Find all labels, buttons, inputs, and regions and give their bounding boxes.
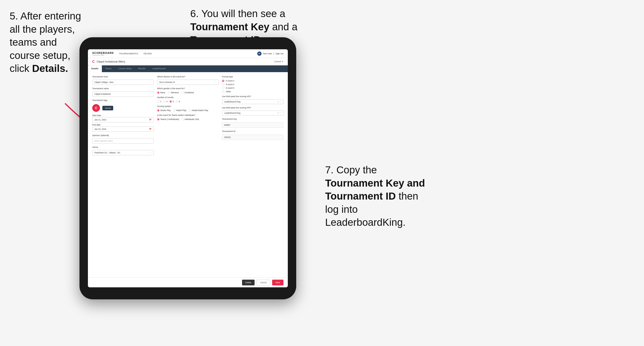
top-nav: SCOREBOARD Powered by clippd TOURNAMENTS…: [88, 49, 288, 58]
sponsor-label: Sponsor (optional): [92, 134, 154, 137]
header-cancel-btn[interactable]: Cancel ✕: [274, 60, 284, 63]
sponsor-group: Sponsor (optional) Enter sponsor name: [92, 134, 154, 144]
format-6count5-radio[interactable]: [222, 87, 224, 89]
sponsor-input[interactable]: Enter sponsor name: [92, 138, 154, 144]
rounds-group: Number of rounds 1 2: [157, 96, 218, 103]
tournament-id-value: 302051: [222, 135, 284, 140]
teams-plus-individuals[interactable]: Teams (+Individuals): [157, 118, 179, 121]
third-party-1-value: Leaderboard King: [224, 101, 240, 103]
scoring-stroke-radio[interactable]: [157, 109, 160, 112]
individuals-only-label: Individuals Only: [185, 118, 199, 121]
sign-out-link[interactable]: Sign out: [276, 52, 284, 55]
col2: Which division is the event for? NCAA Di…: [157, 75, 218, 155]
sponsor-placeholder: Enter sponsor name: [94, 140, 113, 142]
scoring-match-radio[interactable]: [173, 109, 176, 112]
round-4-radio[interactable]: [176, 100, 178, 103]
individuals-only-radio[interactable]: [182, 118, 184, 121]
venue-label: Venue: [92, 146, 154, 148]
nav-teams[interactable]: TEAMS: [143, 52, 152, 55]
individuals-only[interactable]: Individuals Only: [182, 118, 199, 121]
division-label: Which division is the event for?: [157, 75, 218, 78]
third-party-2-label: Use third-party live scoring API?: [222, 107, 284, 109]
round-3[interactable]: 3: [170, 100, 174, 103]
teams-label: Is this event for Teams and/or Individua…: [157, 114, 218, 116]
scoring-stroke[interactable]: Stroke Play: [157, 109, 170, 112]
format-6count5-label: 6 count 5: [226, 87, 234, 89]
scoring-medal[interactable]: Medal Match Play: [189, 109, 208, 112]
nav-right: SI Test User | Sign out: [257, 51, 284, 56]
page-title-icon: C: [92, 60, 95, 63]
round-1-label: 1: [160, 100, 161, 103]
save-button[interactable]: Save: [272, 280, 284, 285]
round-4[interactable]: 4: [176, 100, 180, 103]
end-date-label: End date: [92, 124, 154, 126]
tab-results[interactable]: Results: [135, 65, 149, 72]
date-group: Start date Jan 21, 2024 📅 End date Jan 2…: [92, 114, 154, 132]
page-title-text: Clippd Invitational (Men): [96, 60, 125, 63]
round-2-radio[interactable]: [163, 100, 166, 103]
tab-leaderboards[interactable]: Leaderboards: [149, 65, 169, 72]
tournament-key-group: Tournament Key b4f9b7: [222, 118, 284, 128]
nav-separator: |: [274, 52, 274, 55]
tablet-screen: SCOREBOARD Powered by clippd TOURNAMENTS…: [88, 49, 288, 287]
round-3-radio[interactable]: [170, 100, 172, 103]
tab-teams[interactable]: Teams: [102, 65, 115, 72]
format-6count4[interactable]: 6 count 4: [222, 83, 284, 86]
scoring-medal-label: Medal Match Play: [192, 109, 208, 112]
scoring-medal-radio[interactable]: [189, 109, 191, 112]
end-date-input[interactable]: Jan 23, 2024 📅: [92, 127, 154, 132]
third-party-2-input[interactable]: Leaderboard King ✕ ⌃: [222, 111, 284, 115]
format-other-radio[interactable]: [222, 90, 224, 93]
scoring-match[interactable]: Match Play: [173, 109, 186, 112]
format-other[interactable]: Other: [222, 90, 284, 93]
delete-button[interactable]: Delete: [242, 280, 255, 285]
gender-combined-radio[interactable]: [181, 91, 184, 94]
venue-input[interactable]: Peachtree GC - Atlanta - GA ⌃: [92, 150, 154, 155]
tournament-host-input[interactable]: Clippd College - Men ⌃: [92, 80, 154, 85]
nav-tournaments[interactable]: TOURNAMENTS: [119, 52, 138, 55]
third-party-1-clear[interactable]: ✕ ⌃: [278, 101, 281, 103]
logo-sub: Powered by clippd: [92, 54, 114, 56]
tab-course-setup[interactable]: Course Setup: [115, 65, 135, 72]
format-6count5[interactable]: 6 count 5: [222, 87, 284, 89]
third-party-2-clear[interactable]: ✕ ⌃: [278, 112, 281, 114]
gender-mens-radio[interactable]: [157, 91, 160, 94]
format-5count4-dot: [222, 80, 224, 82]
tournament-host-arrow: ⌃: [150, 81, 152, 83]
format-5count4[interactable]: 5 count 4: [222, 80, 284, 82]
start-date-input[interactable]: Jan 21, 2024 📅: [92, 117, 154, 122]
gender-womens[interactable]: Womens: [168, 91, 179, 94]
gender-mens-label: Mens: [160, 91, 165, 94]
gender-combined[interactable]: Combined: [181, 91, 194, 94]
teams-plus-radio[interactable]: [157, 118, 160, 121]
gender-womens-radio[interactable]: [168, 91, 170, 94]
tab-details[interactable]: Details: [88, 65, 102, 72]
division-input[interactable]: NCAA Division III ⌃: [157, 80, 218, 85]
end-date-value: Jan 23, 2024: [94, 128, 106, 130]
tournament-name-label: Tournament name: [92, 87, 154, 90]
tablet-device: SCOREBOARD Powered by clippd TOURNAMENTS…: [80, 37, 296, 299]
round-1-radio[interactable]: [157, 100, 160, 103]
round-3-dot: [170, 101, 171, 102]
gender-mens[interactable]: Mens: [157, 91, 165, 94]
scoring-stroke-label: Stroke Play: [160, 109, 170, 112]
cancel-button[interactable]: Cancel: [256, 280, 270, 285]
format-5count4-radio[interactable]: [222, 80, 224, 82]
scoring-label: Scoring system: [157, 105, 218, 108]
tournament-name-input[interactable]: Clippd Invitational: [92, 91, 154, 97]
division-value: NCAA Division III: [159, 81, 175, 83]
scoring-stroke-dot: [158, 110, 159, 111]
col3: Format type 5 count 4 6 count 4: [222, 75, 284, 155]
gender-mens-dot: [158, 92, 159, 93]
round-2[interactable]: 2: [163, 100, 168, 103]
format-6count4-radio[interactable]: [222, 83, 224, 86]
page-title-area: C Clippd Invitational (Men): [92, 60, 125, 63]
tournament-name-group: Tournament name Clippd Invitational: [92, 87, 154, 97]
user-name: Test User: [263, 52, 272, 55]
annotation-left: 5. After entering all the players, teams…: [10, 10, 84, 75]
round-1[interactable]: 1: [157, 100, 161, 103]
teams-plus-label: Teams (+Individuals): [160, 118, 179, 121]
gender-group: Which gender is the event for? Mens Wome…: [157, 87, 218, 94]
third-party-1-input[interactable]: Leaderboard King ✕ ⌃: [222, 99, 284, 104]
upload-button[interactable]: Upload: [102, 106, 113, 110]
